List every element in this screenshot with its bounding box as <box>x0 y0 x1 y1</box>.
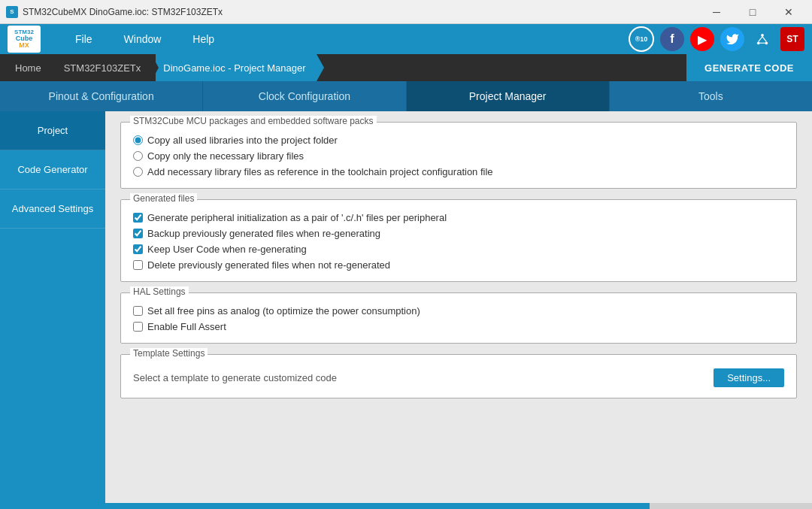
generated-files-group: Generate peripheral initialization as a … <box>133 209 784 271</box>
radio-copy-all[interactable]: Copy all used libraries into the project… <box>133 135 784 146</box>
menu-help[interactable]: Help <box>180 29 226 50</box>
mcu-packages-section: STM32Cube MCU packages and embedded soft… <box>120 122 797 189</box>
window-controls: ─ □ ✕ <box>699 2 806 23</box>
close-button[interactable]: ✕ <box>771 2 806 23</box>
network-icon[interactable] <box>750 27 774 51</box>
nav-bar: Home STM32F103ZETx DinoGame.ioc - Projec… <box>0 54 812 81</box>
facebook-icon[interactable]: f <box>660 27 684 51</box>
scroll-thumb <box>0 503 650 509</box>
checkbox-full-assert-input[interactable] <box>133 322 143 332</box>
nav-home[interactable]: Home <box>8 54 52 81</box>
logo-mx: MX <box>19 42 29 49</box>
menu-bar: STM32 Cube MX File Window Help ®10 f ▶ S… <box>0 24 812 54</box>
bottom-scrollbar[interactable] <box>0 503 812 509</box>
checkbox-analog-pins[interactable]: Set all free pins as analog (to optimize… <box>133 305 784 317</box>
checkbox-backup-files-input[interactable] <box>133 229 143 238</box>
hal-settings-section: HAL Settings Set all free pins as analog… <box>120 292 797 344</box>
template-description: Select a template to generate customized… <box>133 372 337 383</box>
radio-copy-all-input[interactable] <box>133 135 143 145</box>
checkbox-delete-files[interactable]: Delete previously generated files when n… <box>133 259 784 271</box>
sidebar-item-code-generator[interactable]: Code Generator <box>0 150 105 189</box>
svg-point-1 <box>757 41 760 44</box>
main-content: STM32Cube MCU packages and embedded soft… <box>105 111 812 503</box>
settings-button[interactable]: Settings... <box>714 368 784 387</box>
logo-area: STM32 Cube MX <box>8 26 41 53</box>
generated-files-section: Generated files Generate peripheral init… <box>120 199 797 282</box>
app-icon: S <box>6 6 18 18</box>
generated-files-legend: Generated files <box>130 193 197 204</box>
mcu-radio-group: Copy all used libraries into the project… <box>133 132 784 177</box>
checkbox-keep-user-code[interactable]: Keep User Code when re-generating <box>133 244 784 255</box>
generate-code-button[interactable]: GENERATE CODE <box>686 54 812 81</box>
svg-line-4 <box>762 37 766 42</box>
main-layout: Project Code Generator Advanced Settings… <box>0 111 812 503</box>
radio-add-reference[interactable]: Add necessary library files as reference… <box>133 166 784 177</box>
checkbox-keep-user-code-input[interactable] <box>133 244 143 254</box>
checkbox-delete-files-input[interactable] <box>133 260 143 270</box>
tab-clock[interactable]: Clock Configuration <box>203 81 406 111</box>
twitter-icon[interactable] <box>720 27 744 51</box>
social-icons: ®10 f ▶ ST <box>629 26 804 52</box>
sidebar: Project Code Generator Advanced Settings <box>0 111 105 503</box>
nav-device[interactable]: STM32F103ZETx <box>56 54 152 81</box>
svg-point-0 <box>761 34 764 37</box>
hal-settings-group: Set all free pins as analog (to optimize… <box>133 302 784 332</box>
template-settings-legend: Template Settings <box>130 348 208 359</box>
checkbox-full-assert[interactable]: Enable Full Assert <box>133 321 784 332</box>
checkbox-backup-files[interactable]: Backup previously generated files when r… <box>133 228 784 239</box>
window-title: STM32CubeMX DinoGame.ioc: STM32F103ZETx <box>23 7 223 17</box>
mcu-packages-legend: STM32Cube MCU packages and embedded soft… <box>130 116 377 126</box>
sidebar-item-project[interactable]: Project <box>0 111 105 150</box>
svg-line-3 <box>759 37 762 42</box>
template-row: Select a template to generate customized… <box>133 364 784 387</box>
youtube-icon[interactable]: ▶ <box>690 27 714 51</box>
tab-tools[interactable]: Tools <box>610 81 812 111</box>
minimize-button[interactable]: ─ <box>699 2 734 23</box>
checkbox-peripheral-init-input[interactable] <box>133 213 143 223</box>
st-icon[interactable]: ST <box>780 27 804 51</box>
menu-window[interactable]: Window <box>112 29 174 50</box>
tab-pinout[interactable]: Pinout & Configuration <box>0 81 203 111</box>
ten-icon[interactable]: ®10 <box>629 26 654 52</box>
nav-project[interactable]: DinoGame.ioc - Project Manager <box>156 54 316 81</box>
sidebar-item-advanced-settings[interactable]: Advanced Settings <box>0 189 105 229</box>
checkbox-analog-pins-input[interactable] <box>133 306 143 316</box>
svg-point-2 <box>765 41 768 44</box>
template-settings-section: Template Settings Select a template to g… <box>120 354 797 398</box>
hal-settings-legend: HAL Settings <box>130 286 189 297</box>
menu-file[interactable]: File <box>63 29 105 50</box>
app-logo: STM32 Cube MX <box>8 26 41 53</box>
radio-copy-necessary-input[interactable] <box>133 151 143 161</box>
tab-project-manager[interactable]: Project Manager <box>407 81 610 111</box>
title-bar: S STM32CubeMX DinoGame.ioc: STM32F103ZET… <box>0 0 812 24</box>
radio-copy-necessary[interactable]: Copy only the necessary library files <box>133 150 784 162</box>
tabs-bar: Pinout & Configuration Clock Configurati… <box>0 81 812 111</box>
checkbox-peripheral-init[interactable]: Generate peripheral initialization as a … <box>133 212 784 223</box>
radio-add-reference-input[interactable] <box>133 167 143 177</box>
maximize-button[interactable]: □ <box>735 2 770 23</box>
